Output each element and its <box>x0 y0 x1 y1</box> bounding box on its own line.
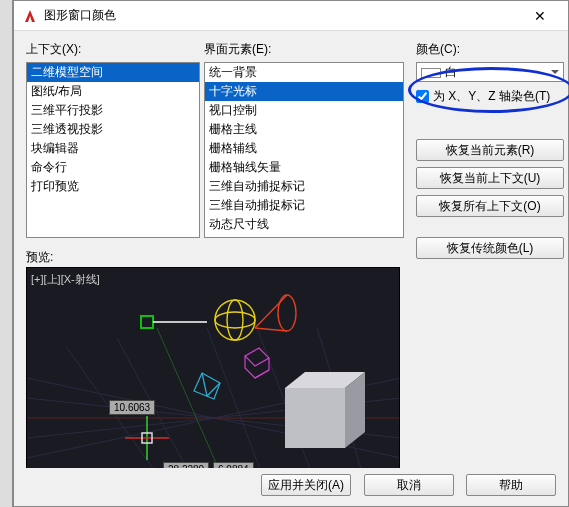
tint-xyz-input[interactable] <box>416 90 429 103</box>
svg-point-16 <box>227 300 243 340</box>
restore-classic-button[interactable]: 恢复传统颜色(L) <box>416 237 564 259</box>
svg-point-15 <box>215 312 255 328</box>
window-title: 图形窗口颜色 <box>44 7 520 24</box>
restore-element-button[interactable]: 恢复当前元素(R) <box>416 139 564 161</box>
list-item[interactable]: 三维平行投影 <box>27 101 199 120</box>
svg-line-18 <box>255 295 287 328</box>
elements-label: 界面元素(E): <box>204 41 404 58</box>
svg-line-20 <box>255 370 269 378</box>
context-label: 上下文(X): <box>26 41 200 58</box>
svg-point-14 <box>215 300 255 340</box>
tint-xyz-label: 为 X、Y、Z 轴染色(T) <box>433 88 550 105</box>
svg-point-17 <box>278 295 296 331</box>
list-item[interactable]: 十字光标 <box>205 82 403 101</box>
svg-marker-23 <box>285 388 345 448</box>
help-button[interactable]: 帮助 <box>466 474 556 496</box>
list-item[interactable]: 三维自动捕捉标记 <box>205 177 403 196</box>
apply-close-button[interactable]: 应用并关闭(A) <box>261 474 351 496</box>
close-button[interactable]: ✕ <box>520 2 560 30</box>
dialog: 图形窗口颜色 ✕ 上下文(X): 二维模型空间图纸/布局三维平行投影三维透视投影… <box>13 0 569 507</box>
element-listbox[interactable]: 统一背景十字光标视口控制栅格主线栅格辅线栅格轴线矢量三维自动捕捉标记三维自动捕捉… <box>204 62 404 238</box>
list-item[interactable]: 统一背景 <box>205 63 403 82</box>
list-item[interactable]: 栅格辅线 <box>205 139 403 158</box>
list-item[interactable]: 图纸/布局 <box>27 82 199 101</box>
color-swatch <box>421 68 441 78</box>
list-item[interactable]: 三维自动捕捉标记 <box>205 196 403 215</box>
svg-marker-0 <box>25 10 35 22</box>
titlebar: 图形窗口颜色 ✕ <box>14 1 568 31</box>
cancel-button[interactable]: 取消 <box>364 474 454 496</box>
list-item[interactable]: 视口控制 <box>205 101 403 120</box>
preview-label: 预览: <box>26 249 53 266</box>
list-item[interactable]: 栅格主线 <box>205 120 403 139</box>
preview-viewport: [+][上][X-射线] 10.6063 28.2280 6.0884 <box>26 267 400 487</box>
context-listbox[interactable]: 二维模型空间图纸/布局三维平行投影三维透视投影块编辑器命令行打印预览 <box>26 62 200 238</box>
dialog-button-row: 应用并关闭(A) 取消 帮助 <box>14 468 568 506</box>
color-value: 白 <box>445 65 457 79</box>
svg-line-21 <box>202 373 207 396</box>
color-combo[interactable]: 白 <box>416 62 564 82</box>
list-item[interactable]: 三维透视投影 <box>27 120 199 139</box>
list-item[interactable]: 命令行 <box>27 158 199 177</box>
list-item[interactable]: 动态尺寸线 <box>205 215 403 234</box>
list-item[interactable]: 拖引线 <box>205 234 403 238</box>
color-label: 颜色(C): <box>416 41 566 58</box>
svg-rect-12 <box>141 316 153 328</box>
list-item[interactable]: 块编辑器 <box>27 139 199 158</box>
list-item[interactable]: 栅格轴线矢量 <box>205 158 403 177</box>
tint-xyz-checkbox[interactable]: 为 X、Y、Z 轴染色(T) <box>416 88 566 105</box>
list-item[interactable]: 二维模型空间 <box>27 63 199 82</box>
restore-all-button[interactable]: 恢复所有上下文(O) <box>416 195 564 217</box>
coord-a: 10.6063 <box>109 400 155 415</box>
list-item[interactable]: 打印预览 <box>27 177 199 196</box>
autocad-logo-icon <box>22 8 38 24</box>
restore-context-button[interactable]: 恢复当前上下文(U) <box>416 167 564 189</box>
view-label: [+][上][X-射线] <box>31 272 100 287</box>
